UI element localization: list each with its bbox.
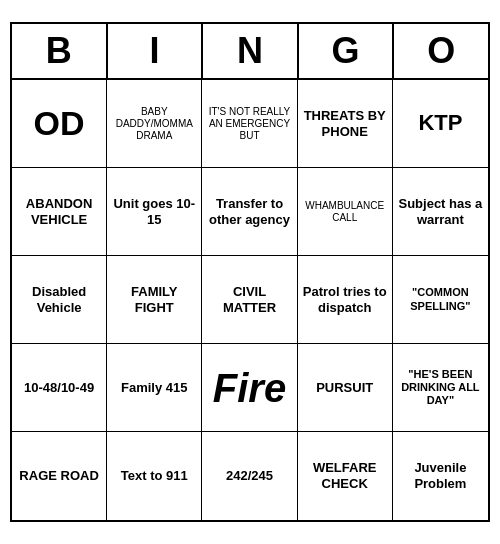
bingo-cell[interactable]: IT'S NOT REALLY AN EMERGENCY BUT — [202, 80, 297, 168]
bingo-cell[interactable]: THREATS BY PHONE — [298, 80, 393, 168]
bingo-cell[interactable]: OD — [12, 80, 107, 168]
bingo-cell[interactable]: "COMMON SPELLING" — [393, 256, 488, 344]
header-o: O — [394, 24, 488, 78]
bingo-cell[interactable]: Family 415 — [107, 344, 202, 432]
bingo-cell[interactable]: Disabled Vehicle — [12, 256, 107, 344]
bingo-cell[interactable]: KTP — [393, 80, 488, 168]
bingo-cell[interactable]: BABY DADDY/MOMMA DRAMA — [107, 80, 202, 168]
header-i: I — [108, 24, 204, 78]
bingo-cell[interactable]: Juvenile Problem — [393, 432, 488, 520]
header-b: B — [12, 24, 108, 78]
bingo-cell[interactable]: "HE'S BEEN DRINKING ALL DAY" — [393, 344, 488, 432]
header-g: G — [299, 24, 395, 78]
bingo-card: B I N G O ODBABY DADDY/MOMMA DRAMAIT'S N… — [10, 22, 490, 522]
bingo-cell[interactable]: WELFARE CHECK — [298, 432, 393, 520]
bingo-cell[interactable]: ABANDON VEHICLE — [12, 168, 107, 256]
bingo-cell[interactable]: CIVIL MATTER — [202, 256, 297, 344]
bingo-cell[interactable]: Patrol tries to dispatch — [298, 256, 393, 344]
bingo-cell[interactable]: Text to 911 — [107, 432, 202, 520]
bingo-cell[interactable]: FAMILY FIGHT — [107, 256, 202, 344]
bingo-header: B I N G O — [12, 24, 488, 80]
bingo-cell[interactable]: 242/245 — [202, 432, 297, 520]
bingo-cell[interactable]: 10-48/10-49 — [12, 344, 107, 432]
bingo-cell[interactable]: RAGE ROAD — [12, 432, 107, 520]
bingo-grid: ODBABY DADDY/MOMMA DRAMAIT'S NOT REALLY … — [12, 80, 488, 520]
bingo-cell[interactable]: Transfer to other agency — [202, 168, 297, 256]
bingo-cell[interactable]: Fire — [202, 344, 297, 432]
bingo-cell[interactable]: PURSUIT — [298, 344, 393, 432]
header-n: N — [203, 24, 299, 78]
bingo-cell[interactable]: WHAMBULANCE CALL — [298, 168, 393, 256]
bingo-cell[interactable]: Subject has a warrant — [393, 168, 488, 256]
bingo-cell[interactable]: Unit goes 10-15 — [107, 168, 202, 256]
